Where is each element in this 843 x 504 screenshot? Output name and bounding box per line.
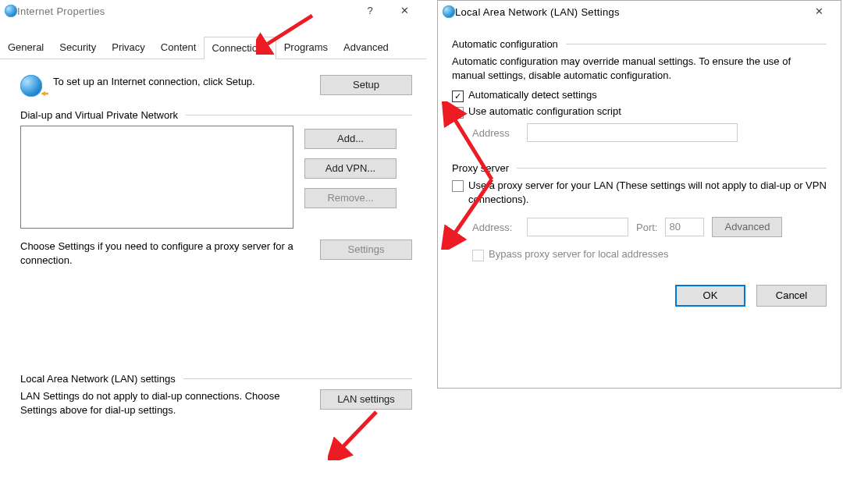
settings-button[interactable]: Settings [320, 240, 412, 260]
ok-button[interactable]: OK [675, 285, 745, 307]
globe-icon [443, 5, 455, 18]
proxy-port-input[interactable]: 80 [665, 218, 704, 236]
connections-listbox[interactable] [20, 126, 293, 229]
auto-detect-checkbox[interactable]: ✓ [452, 91, 464, 102]
use-proxy-label: Use a proxy server for your LAN (These s… [468, 179, 827, 206]
group-proxy: Proxy server [452, 162, 827, 174]
add-vpn-button[interactable]: Add VPN... [304, 158, 397, 179]
bypass-checkbox[interactable] [472, 250, 484, 261]
globe-icon [5, 5, 17, 17]
lan-window-title: Local Area Network (LAN) Settings [455, 6, 802, 18]
advanced-button[interactable]: Advanced [712, 217, 782, 237]
help-button[interactable]: ? [353, 0, 387, 22]
setup-text: To set up an Internet connection, click … [53, 75, 309, 89]
group-lan: Local Area Network (LAN) settings [20, 373, 412, 385]
tab-general[interactable]: General [0, 36, 52, 59]
auto-script-checkbox[interactable] [452, 107, 464, 119]
tab-connections[interactable]: Connections [204, 37, 276, 59]
tabstrip: General Security Privacy Content Connect… [0, 36, 426, 59]
lan-settings-button[interactable]: LAN settings [320, 389, 412, 410]
remove-button[interactable]: Remove... [304, 188, 397, 208]
bypass-label: Bypass proxy server for local addresses [489, 248, 668, 260]
group-dialup: Dial-up and Virtual Private Network [20, 109, 412, 121]
titlebar: Internet Properties ? ✕ [0, 0, 426, 22]
tab-privacy[interactable]: Privacy [104, 36, 153, 59]
cancel-button[interactable]: Cancel [756, 285, 827, 307]
auto-detect-label: Automatically detect settings [468, 89, 597, 101]
auto-script-label: Use automatic configuration script [468, 105, 621, 117]
globe-setup-icon [20, 75, 42, 97]
group-auto-config: Automatic configuration [452, 38, 827, 50]
tab-programs[interactable]: Programs [276, 36, 336, 59]
lan-hint: LAN Settings do not apply to dial-up con… [20, 389, 309, 417]
close-button[interactable]: ✕ [802, 1, 836, 23]
tab-security[interactable]: Security [52, 36, 104, 59]
proxy-address-label: Address: [472, 222, 519, 233]
tab-content[interactable]: Content [153, 36, 205, 59]
proxy-port-label: Port: [636, 222, 657, 233]
script-address-input[interactable] [527, 123, 738, 142]
proxy-address-input[interactable] [527, 218, 628, 236]
lan-titlebar: Local Area Network (LAN) Settings ✕ [438, 1, 841, 23]
script-address-label: Address [472, 127, 519, 139]
setup-button[interactable]: Setup [320, 75, 412, 95]
tab-advanced[interactable]: Advanced [336, 36, 397, 59]
internet-properties-dialog: Internet Properties ? ✕ General Security… [0, 0, 426, 504]
settings-hint: Choose Settings if you need to configure… [20, 240, 309, 267]
lan-settings-dialog: Local Area Network (LAN) Settings ✕ Auto… [437, 0, 841, 389]
add-button[interactable]: Add... [304, 129, 397, 149]
use-proxy-checkbox[interactable] [452, 180, 464, 192]
window-title: Internet Properties [17, 5, 353, 17]
auto-hint: Automatic configuration may override man… [452, 55, 827, 83]
close-button[interactable]: ✕ [387, 0, 422, 22]
